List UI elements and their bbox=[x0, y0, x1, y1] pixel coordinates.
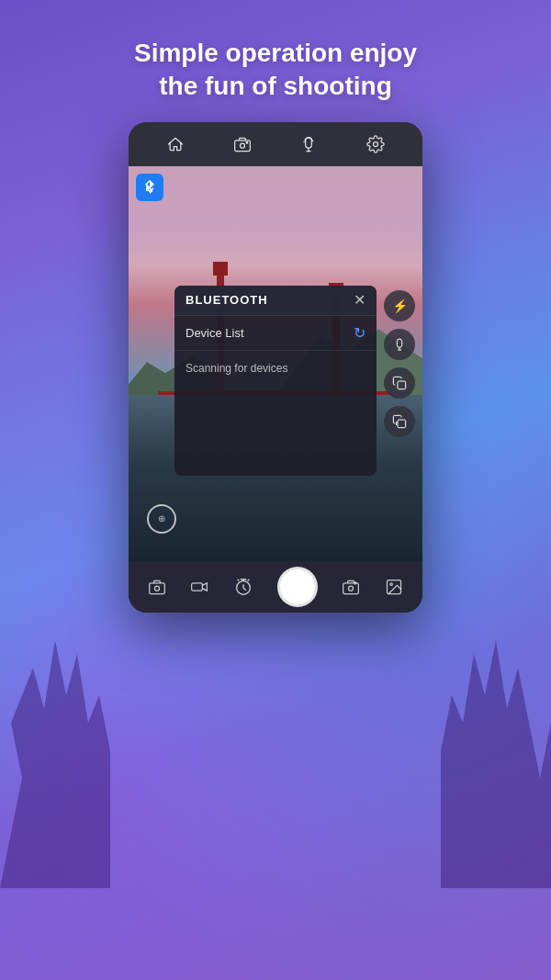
right-side-buttons: ⚡ bbox=[384, 290, 415, 437]
svg-point-2 bbox=[246, 141, 248, 143]
settings-icon[interactable] bbox=[361, 130, 390, 159]
layers-button[interactable] bbox=[384, 406, 415, 437]
svg-rect-10 bbox=[398, 381, 406, 389]
remote-icon[interactable] bbox=[294, 130, 323, 159]
svg-rect-15 bbox=[192, 583, 203, 591]
scanning-row: Scanning for devices bbox=[174, 351, 377, 384]
headline-line1: Simple operation enjoy bbox=[134, 39, 417, 67]
phone-frame: BLUETOOTH ✕ Device List ↻ Scanning for d… bbox=[129, 122, 422, 613]
bluetooth-popup-header: BLUETOOTH ✕ bbox=[174, 286, 377, 315]
toolbar-top bbox=[129, 122, 422, 166]
shutter-button[interactable] bbox=[277, 567, 318, 607]
gallery-button[interactable] bbox=[385, 578, 403, 596]
bluetooth-title: BLUETOOTH bbox=[186, 293, 268, 307]
svg-point-1 bbox=[240, 143, 244, 148]
device-list-empty bbox=[174, 384, 377, 476]
video-mode-button[interactable] bbox=[190, 578, 208, 596]
svg-rect-13 bbox=[150, 583, 165, 594]
svg-rect-7 bbox=[397, 339, 401, 347]
bluetooth-badge[interactable] bbox=[136, 174, 163, 201]
remote-button[interactable] bbox=[384, 329, 415, 360]
photo-mode-button[interactable] bbox=[148, 578, 166, 596]
bluetooth-popup: BLUETOOTH ✕ Device List ↻ Scanning for d… bbox=[174, 286, 377, 476]
copy-button[interactable] bbox=[384, 367, 415, 399]
device-list-label: Device List bbox=[186, 326, 244, 340]
svg-point-21 bbox=[390, 583, 393, 586]
svg-point-6 bbox=[373, 141, 377, 146]
camera-icon[interactable] bbox=[228, 130, 257, 159]
home-icon[interactable] bbox=[161, 130, 190, 159]
svg-rect-11 bbox=[398, 420, 406, 428]
flash-button[interactable]: ⚡ bbox=[384, 290, 415, 321]
headline-line2: the fun of shooting bbox=[159, 72, 392, 100]
svg-rect-18 bbox=[343, 583, 359, 594]
bluetooth-close-button[interactable]: ✕ bbox=[354, 293, 365, 308]
crosshair-button[interactable]: ⊕ bbox=[147, 504, 176, 534]
refresh-icon[interactable]: ↻ bbox=[354, 324, 365, 342]
scanning-text: Scanning for devices bbox=[186, 362, 287, 375]
toolbar-bottom bbox=[129, 561, 422, 613]
headline: Simple operation enjoy the fun of shooti… bbox=[0, 0, 551, 122]
timer-button[interactable] bbox=[233, 577, 253, 597]
camera-view: BLUETOOTH ✕ Device List ↻ Scanning for d… bbox=[129, 166, 422, 561]
device-list-row: Device List ↻ bbox=[174, 316, 377, 351]
svg-point-14 bbox=[155, 586, 160, 591]
svg-point-19 bbox=[349, 586, 354, 591]
switch-camera-button[interactable] bbox=[342, 578, 360, 596]
